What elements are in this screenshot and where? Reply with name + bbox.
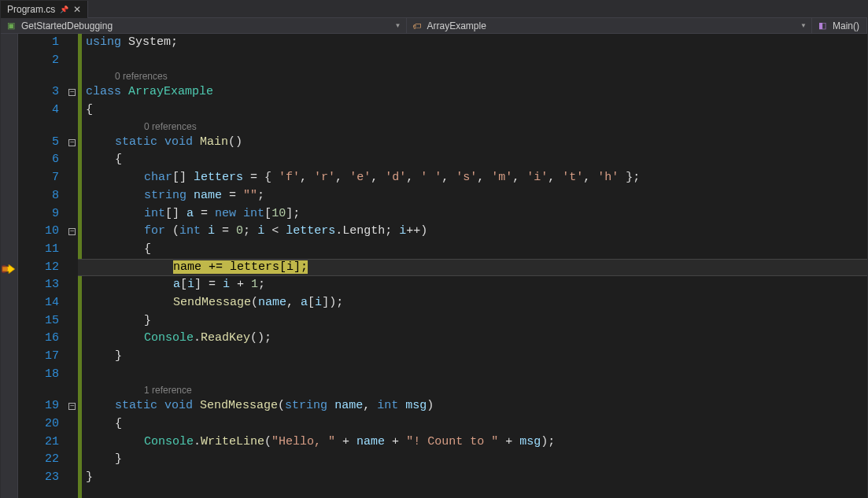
code-line[interactable]: { bbox=[78, 101, 867, 120]
nav-method-label: Main() bbox=[833, 20, 859, 31]
nav-project-dropdown[interactable]: ▣ GetStartedDebugging ▼ bbox=[1, 18, 407, 33]
code-line[interactable]: for (int i = 0; i < letters.Length; i++) bbox=[78, 223, 867, 241]
code-line[interactable]: } bbox=[78, 348, 867, 366]
method-icon: ◧ bbox=[817, 20, 828, 31]
code-line[interactable]: Console.ReadKey(); bbox=[78, 330, 867, 348]
line-number: 6 bbox=[18, 151, 59, 169]
tab-program-cs[interactable]: Program.cs 📌 ✕ bbox=[1, 1, 88, 18]
fold-toggle[interactable]: − bbox=[68, 228, 76, 235]
line-number: 10 bbox=[18, 223, 59, 241]
current-statement-arrow-icon bbox=[2, 263, 16, 272]
nav-class-label: ArrayExample bbox=[427, 20, 486, 31]
code-line[interactable]: a[i] = i + 1; bbox=[78, 276, 867, 294]
line-number: 2 bbox=[18, 52, 59, 70]
code-line[interactable]: } bbox=[78, 469, 867, 487]
line-number: 11 bbox=[18, 241, 59, 259]
line-number: 17 bbox=[18, 348, 59, 366]
line-number: 18 bbox=[18, 366, 59, 384]
line-number: 14 bbox=[18, 294, 59, 312]
class-icon: 🏷 bbox=[412, 21, 423, 31]
nav-project-label: GetStartedDebugging bbox=[21, 20, 113, 31]
line-number: 3 bbox=[18, 83, 59, 101]
code-line[interactable]: { bbox=[78, 415, 867, 433]
svg-point-0 bbox=[2, 265, 8, 273]
line-number: 1 bbox=[18, 34, 59, 52]
code-editor[interactable]: 1234567891011121314151617181920212223 −−… bbox=[1, 34, 867, 498]
line-number bbox=[18, 69, 59, 83]
nav-method-dropdown[interactable]: ◧ Main() bbox=[812, 18, 867, 33]
line-number bbox=[18, 383, 59, 397]
line-number: 12 bbox=[18, 259, 59, 277]
tab-title: Program.cs bbox=[7, 4, 55, 15]
line-number: 9 bbox=[18, 205, 59, 223]
codelens-annotation[interactable]: 0 references bbox=[78, 69, 867, 83]
code-line[interactable]: name += letters[i]; bbox=[78, 259, 867, 277]
code-line[interactable]: char[] letters = { 'f', 'r', 'e', 'd', '… bbox=[78, 169, 867, 187]
code-line[interactable]: static void Main() bbox=[78, 134, 867, 152]
fold-toggle[interactable]: − bbox=[68, 403, 76, 410]
fold-column[interactable]: −−−− bbox=[67, 34, 78, 498]
nav-class-dropdown[interactable]: 🏷 ArrayExample ▼ bbox=[407, 18, 813, 33]
line-number: 7 bbox=[18, 169, 59, 187]
code-line[interactable]: SendMessage(name, a[i]); bbox=[78, 294, 867, 312]
line-number: 15 bbox=[18, 312, 59, 330]
close-icon[interactable]: ✕ bbox=[73, 4, 81, 15]
pin-icon[interactable]: 📌 bbox=[60, 6, 68, 13]
line-number: 5 bbox=[18, 134, 59, 152]
line-number: 22 bbox=[18, 451, 59, 469]
line-number: 21 bbox=[18, 433, 59, 452]
tab-bar: Program.cs 📌 ✕ bbox=[1, 1, 867, 18]
code-line[interactable]: using System; bbox=[78, 34, 867, 52]
navigation-bar: ▣ GetStartedDebugging ▼ 🏷 ArrayExample ▼… bbox=[1, 18, 867, 34]
code-line[interactable] bbox=[78, 366, 867, 384]
line-number: 13 bbox=[18, 276, 59, 294]
code-line[interactable]: { bbox=[78, 241, 867, 259]
csharp-project-icon: ▣ bbox=[6, 20, 17, 31]
code-line[interactable]: { bbox=[78, 151, 867, 169]
code-line[interactable]: } bbox=[78, 312, 867, 330]
fold-toggle[interactable]: − bbox=[68, 139, 76, 146]
fold-toggle[interactable]: − bbox=[68, 89, 76, 96]
code-line[interactable] bbox=[78, 52, 867, 70]
line-number: 20 bbox=[18, 415, 59, 433]
glyph-margin[interactable] bbox=[1, 34, 18, 498]
line-number: 4 bbox=[18, 101, 59, 120]
line-number-gutter[interactable]: 1234567891011121314151617181920212223 bbox=[18, 34, 67, 498]
code-line[interactable]: static void SendMessage(string name, int… bbox=[78, 397, 867, 415]
chevron-down-icon: ▼ bbox=[395, 22, 401, 29]
line-number: 16 bbox=[18, 330, 59, 348]
line-number bbox=[18, 120, 59, 134]
code-area[interactable]: using System;0 referencesclass ArrayExam… bbox=[78, 34, 867, 498]
codelens-annotation[interactable]: 1 reference bbox=[78, 383, 867, 397]
chevron-down-icon: ▼ bbox=[800, 22, 807, 29]
code-line[interactable]: Console.WriteLine("Hello, " + name + "! … bbox=[78, 433, 867, 452]
line-number: 8 bbox=[18, 187, 59, 205]
line-number: 19 bbox=[18, 397, 59, 415]
code-line[interactable]: class ArrayExample bbox=[78, 83, 867, 101]
line-number: 23 bbox=[18, 469, 59, 487]
code-line[interactable]: } bbox=[78, 451, 867, 469]
code-line[interactable]: string name = ""; bbox=[78, 187, 867, 205]
code-line[interactable]: int[] a = new int[10]; bbox=[78, 205, 867, 223]
codelens-annotation[interactable]: 0 references bbox=[78, 120, 867, 134]
